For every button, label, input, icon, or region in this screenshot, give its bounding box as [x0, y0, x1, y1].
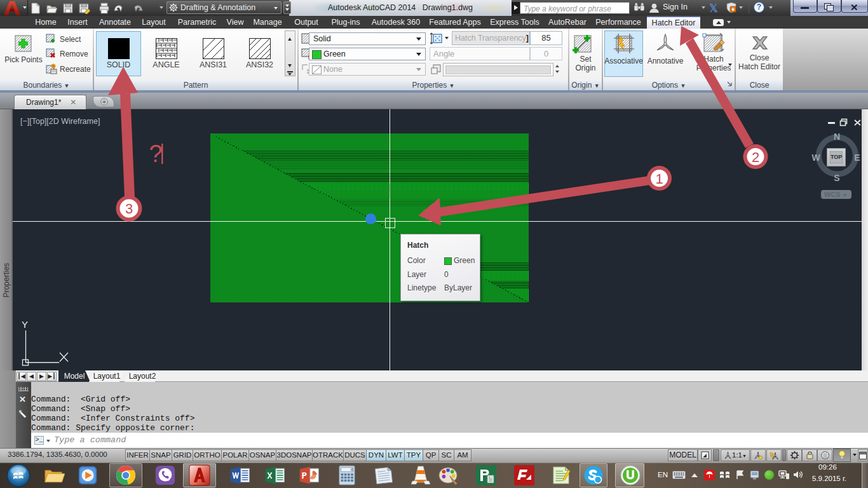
svg-text:?: ?	[149, 140, 162, 167]
svg-text:1: 1	[655, 171, 663, 187]
svg-text:2: 2	[752, 149, 759, 165]
svg-text:3: 3	[125, 201, 133, 217]
